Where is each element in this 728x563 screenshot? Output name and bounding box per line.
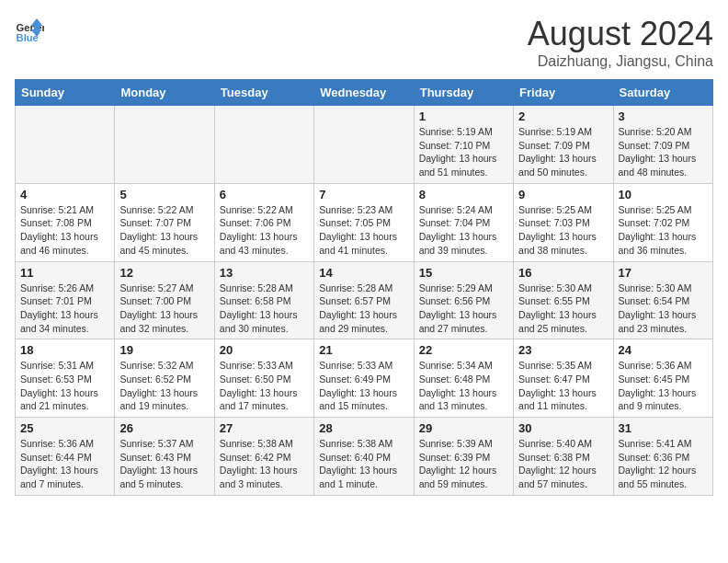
day-number: 23	[518, 343, 608, 357]
day-info: Sunrise: 5:30 AM Sunset: 6:55 PM Dayligh…	[518, 282, 608, 336]
day-number: 7	[319, 188, 408, 201]
day-number: 16	[518, 266, 608, 280]
day-info: Sunrise: 5:21 AM Sunset: 7:08 PM Dayligh…	[20, 203, 109, 258]
weekday-header-monday: Monday	[115, 80, 214, 106]
day-info: Sunrise: 5:38 AM Sunset: 6:42 PM Dayligh…	[220, 437, 309, 491]
calendar-cell: 2Sunrise: 5:19 AM Sunset: 7:09 PM Daylig…	[514, 106, 613, 184]
weekday-header-row: SundayMondayTuesdayWednesdayThursdayFrid…	[16, 80, 713, 106]
location: Daizhuang, Jiangsu, China	[528, 53, 713, 70]
calendar-cell: 13Sunrise: 5:28 AM Sunset: 6:58 PM Dayli…	[214, 261, 313, 339]
page-header: General Blue August 2024 Daizhuang, Jian…	[15, 15, 713, 70]
day-info: Sunrise: 5:34 AM Sunset: 6:48 PM Dayligh…	[419, 359, 508, 413]
day-number: 28	[319, 421, 408, 435]
calendar-cell: 23Sunrise: 5:35 AM Sunset: 6:47 PM Dayli…	[514, 339, 613, 418]
day-number: 1	[419, 109, 508, 123]
day-info: Sunrise: 5:39 AM Sunset: 6:39 PM Dayligh…	[419, 437, 508, 491]
calendar-cell: 15Sunrise: 5:29 AM Sunset: 6:56 PM Dayli…	[414, 261, 513, 339]
week-row-1: 1Sunrise: 5:19 AM Sunset: 7:10 PM Daylig…	[16, 106, 713, 184]
calendar-cell: 14Sunrise: 5:28 AM Sunset: 6:57 PM Dayli…	[314, 261, 414, 339]
day-info: Sunrise: 5:38 AM Sunset: 6:40 PM Dayligh…	[319, 437, 408, 491]
day-info: Sunrise: 5:20 AM Sunset: 7:09 PM Dayligh…	[619, 125, 708, 179]
weekday-header-tuesday: Tuesday	[214, 80, 313, 106]
calendar-cell: 17Sunrise: 5:30 AM Sunset: 6:54 PM Dayli…	[613, 261, 712, 339]
day-info: Sunrise: 5:41 AM Sunset: 6:36 PM Dayligh…	[619, 437, 708, 491]
day-info: Sunrise: 5:37 AM Sunset: 6:43 PM Dayligh…	[119, 437, 209, 491]
weekday-header-sunday: Sunday	[16, 80, 115, 106]
day-info: Sunrise: 5:35 AM Sunset: 6:47 PM Dayligh…	[518, 359, 608, 413]
day-number: 9	[518, 188, 608, 201]
calendar-cell: 29Sunrise: 5:39 AM Sunset: 6:39 PM Dayli…	[414, 418, 513, 496]
day-info: Sunrise: 5:24 AM Sunset: 7:04 PM Dayligh…	[419, 203, 508, 258]
day-info: Sunrise: 5:36 AM Sunset: 6:45 PM Dayligh…	[619, 359, 708, 413]
calendar-cell	[214, 106, 313, 184]
calendar-cell: 5Sunrise: 5:22 AM Sunset: 7:07 PM Daylig…	[115, 183, 214, 261]
week-row-3: 11Sunrise: 5:26 AM Sunset: 7:01 PM Dayli…	[16, 261, 713, 339]
calendar-cell: 31Sunrise: 5:41 AM Sunset: 6:36 PM Dayli…	[613, 418, 712, 496]
day-number: 30	[518, 421, 608, 435]
day-number: 20	[220, 343, 309, 357]
day-info: Sunrise: 5:26 AM Sunset: 7:01 PM Dayligh…	[20, 282, 109, 336]
day-info: Sunrise: 5:33 AM Sunset: 6:49 PM Dayligh…	[319, 359, 408, 413]
day-info: Sunrise: 5:22 AM Sunset: 7:07 PM Dayligh…	[119, 203, 209, 258]
calendar-cell: 1Sunrise: 5:19 AM Sunset: 7:10 PM Daylig…	[414, 106, 513, 184]
calendar-cell: 22Sunrise: 5:34 AM Sunset: 6:48 PM Dayli…	[414, 339, 513, 418]
weekday-header-wednesday: Wednesday	[314, 80, 414, 106]
day-info: Sunrise: 5:40 AM Sunset: 6:38 PM Dayligh…	[518, 437, 608, 491]
title-block: August 2024 Daizhuang, Jiangsu, China	[528, 15, 713, 70]
week-row-2: 4Sunrise: 5:21 AM Sunset: 7:08 PM Daylig…	[16, 183, 713, 261]
calendar-cell: 4Sunrise: 5:21 AM Sunset: 7:08 PM Daylig…	[16, 183, 115, 261]
day-info: Sunrise: 5:36 AM Sunset: 6:44 PM Dayligh…	[20, 437, 109, 491]
day-info: Sunrise: 5:19 AM Sunset: 7:10 PM Dayligh…	[419, 125, 508, 179]
day-number: 11	[20, 266, 109, 280]
day-number: 25	[20, 421, 109, 435]
calendar-cell	[314, 106, 414, 184]
calendar-cell: 27Sunrise: 5:38 AM Sunset: 6:42 PM Dayli…	[214, 418, 313, 496]
week-row-4: 18Sunrise: 5:31 AM Sunset: 6:53 PM Dayli…	[16, 339, 713, 418]
day-number: 10	[619, 188, 708, 201]
calendar-cell: 24Sunrise: 5:36 AM Sunset: 6:45 PM Dayli…	[613, 339, 712, 418]
calendar-cell: 8Sunrise: 5:24 AM Sunset: 7:04 PM Daylig…	[414, 183, 513, 261]
day-info: Sunrise: 5:25 AM Sunset: 7:02 PM Dayligh…	[619, 203, 708, 258]
calendar-cell: 25Sunrise: 5:36 AM Sunset: 6:44 PM Dayli…	[16, 418, 115, 496]
day-info: Sunrise: 5:22 AM Sunset: 7:06 PM Dayligh…	[220, 203, 309, 258]
calendar-cell: 30Sunrise: 5:40 AM Sunset: 6:38 PM Dayli…	[514, 418, 613, 496]
day-number: 12	[119, 266, 209, 280]
calendar-cell: 3Sunrise: 5:20 AM Sunset: 7:09 PM Daylig…	[613, 106, 712, 184]
calendar-cell: 11Sunrise: 5:26 AM Sunset: 7:01 PM Dayli…	[16, 261, 115, 339]
day-number: 6	[220, 188, 309, 201]
day-number: 4	[20, 188, 109, 201]
weekday-header-saturday: Saturday	[613, 80, 712, 106]
calendar-cell: 12Sunrise: 5:27 AM Sunset: 7:00 PM Dayli…	[115, 261, 214, 339]
day-number: 29	[419, 421, 508, 435]
day-number: 2	[518, 109, 608, 123]
day-number: 24	[619, 343, 708, 357]
day-number: 18	[20, 343, 109, 357]
day-number: 21	[319, 343, 408, 357]
calendar-cell: 20Sunrise: 5:33 AM Sunset: 6:50 PM Dayli…	[214, 339, 313, 418]
day-number: 19	[119, 343, 209, 357]
weekday-header-friday: Friday	[514, 80, 613, 106]
logo: General Blue	[15, 15, 44, 44]
calendar-cell: 26Sunrise: 5:37 AM Sunset: 6:43 PM Dayli…	[115, 418, 214, 496]
calendar-cell: 18Sunrise: 5:31 AM Sunset: 6:53 PM Dayli…	[16, 339, 115, 418]
calendar-table: SundayMondayTuesdayWednesdayThursdayFrid…	[15, 79, 713, 496]
month-year: August 2024	[528, 15, 713, 53]
day-info: Sunrise: 5:28 AM Sunset: 6:58 PM Dayligh…	[220, 282, 309, 336]
day-number: 14	[319, 266, 408, 280]
day-number: 8	[419, 188, 508, 201]
calendar-cell: 9Sunrise: 5:25 AM Sunset: 7:03 PM Daylig…	[514, 183, 613, 261]
day-number: 17	[619, 266, 708, 280]
day-number: 31	[619, 421, 708, 435]
day-info: Sunrise: 5:27 AM Sunset: 7:00 PM Dayligh…	[119, 282, 209, 336]
calendar-cell: 19Sunrise: 5:32 AM Sunset: 6:52 PM Dayli…	[115, 339, 214, 418]
calendar-cell	[115, 106, 214, 184]
day-number: 27	[220, 421, 309, 435]
day-info: Sunrise: 5:33 AM Sunset: 6:50 PM Dayligh…	[220, 359, 309, 413]
day-number: 15	[419, 266, 508, 280]
calendar-cell	[16, 106, 115, 184]
day-info: Sunrise: 5:28 AM Sunset: 6:57 PM Dayligh…	[319, 282, 408, 336]
calendar-cell: 28Sunrise: 5:38 AM Sunset: 6:40 PM Dayli…	[314, 418, 414, 496]
logo-icon: General Blue	[15, 15, 44, 44]
day-info: Sunrise: 5:32 AM Sunset: 6:52 PM Dayligh…	[119, 359, 209, 413]
day-info: Sunrise: 5:25 AM Sunset: 7:03 PM Dayligh…	[518, 203, 608, 258]
